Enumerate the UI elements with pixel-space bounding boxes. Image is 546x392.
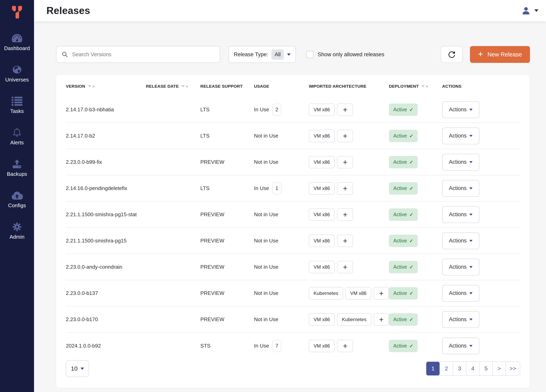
actions-button[interactable]: Actions <box>442 180 479 197</box>
page-button[interactable]: > <box>492 362 506 375</box>
table-row: 2.14.16.0-pendingdeletefix LTS In Use 1 … <box>66 175 520 202</box>
usage-text: Not in Use <box>254 316 278 322</box>
table-row: 2.23.0.0-b137 PREVIEW Not in Use Kuberne… <box>66 280 520 307</box>
version-text: 2.14.17.0-b3-nbhatia <box>66 106 114 112</box>
column-header-deployment[interactable]: DEPLOYMENT <box>389 84 442 89</box>
deployment-cell: Active ✓ <box>389 182 442 195</box>
usage-cell: Not in Use <box>254 159 309 165</box>
add-architecture-button[interactable]: + <box>337 340 353 352</box>
actions-button[interactable]: Actions <box>442 101 479 118</box>
version-text: 2.23.0.0-b170 <box>66 316 98 322</box>
page-button[interactable]: 3 <box>453 362 466 375</box>
column-header-version[interactable]: VERSION <box>66 84 146 89</box>
sidebar-item-backups[interactable]: Backups <box>0 156 34 187</box>
deployment-status-badge: Active ✓ <box>389 182 418 195</box>
add-architecture-button[interactable]: + <box>337 130 353 142</box>
table-row: 2.23.0.0-b99-fix PREVIEW Not in Use VM x… <box>66 149 520 175</box>
release-support-text: PREVIEW <box>200 290 224 296</box>
page-button[interactable]: >> <box>506 362 520 375</box>
add-architecture-button[interactable]: + <box>374 287 389 300</box>
app-screen: Dashboard Universes Tasks <box>0 0 546 392</box>
deployment-status-text: Active <box>393 159 407 165</box>
deployment-status-badge: Active ✓ <box>389 130 418 142</box>
usage-count-badge: 7 <box>272 340 281 352</box>
usage-count-badge: 2 <box>272 104 281 116</box>
sidebar-item-tasks[interactable]: Tasks <box>0 93 34 124</box>
version-cell: 2.23.0.0-andy-conndrain <box>66 264 146 270</box>
deployment-status-text: Active <box>393 107 407 112</box>
imported-architecture-cell: VM x86+ <box>309 261 389 273</box>
table-footer: 10 12345>>> <box>66 360 520 377</box>
refresh-button[interactable] <box>441 46 463 63</box>
check-icon: ✓ <box>409 212 413 217</box>
user-menu[interactable] <box>522 6 538 15</box>
architecture-chip: VM x86 <box>309 261 335 273</box>
version-cell: 2.23.0.0-b99-fix <box>66 159 146 165</box>
version-text: 2.21.1.1500-smishra-pg15 <box>66 238 127 244</box>
version-cell: 2.14.17.0-b2 <box>66 133 146 139</box>
add-architecture-button[interactable]: + <box>337 235 353 247</box>
actions-button[interactable]: Actions <box>442 206 479 223</box>
release-type-dropdown[interactable]: Release Type: All <box>228 46 296 63</box>
sidebar-item-universes[interactable]: Universes <box>0 61 34 93</box>
architecture-chip: VM x86 <box>309 104 335 116</box>
column-header-imported-architecture: IMPORTED ARCHITECTURE <box>309 84 389 89</box>
check-icon: ✓ <box>409 238 413 244</box>
actions-button[interactable]: Actions <box>442 285 479 302</box>
new-release-button[interactable]: + New Release <box>470 46 530 63</box>
add-architecture-button[interactable]: + <box>337 182 353 195</box>
actions-button[interactable]: Actions <box>442 128 479 144</box>
deployment-cell: Active ✓ <box>389 313 442 326</box>
search-input[interactable] <box>72 52 214 58</box>
deployment-status-badge: Active ✓ <box>389 261 418 273</box>
deployment-status-text: Active <box>393 317 407 322</box>
usage-text: Not in Use <box>254 264 278 270</box>
releases-table-card: VERSION RELEASE DATE RELEASE SUPPORT USA… <box>56 74 530 388</box>
page-size-dropdown[interactable]: 10 <box>66 360 89 377</box>
release-support-cell: PREVIEW <box>200 238 254 244</box>
sidebar-item-label: Tasks <box>10 108 24 114</box>
architecture-chip: VM x86 <box>309 182 335 195</box>
chevron-down-icon <box>469 109 473 111</box>
version-cell: 2.21.1.1500-smishra-pg15 <box>66 238 146 244</box>
add-architecture-button[interactable]: + <box>337 156 353 168</box>
actions-button[interactable]: Actions <box>442 311 479 328</box>
sidebar-item-configs[interactable]: Configs <box>0 187 34 219</box>
deployment-cell: Active ✓ <box>389 235 442 247</box>
check-icon: ✓ <box>409 290 413 296</box>
sort-icons <box>422 85 429 87</box>
check-icon: ✓ <box>409 186 413 191</box>
content: Release Type: All Show only allowed rele… <box>34 21 546 392</box>
actions-button[interactable]: Actions <box>442 338 479 354</box>
release-support-text: STS <box>200 343 211 349</box>
deployment-cell: Active ✓ <box>389 261 442 273</box>
check-icon: ✓ <box>409 317 413 322</box>
sort-asc-icon <box>425 85 429 87</box>
actions-cell: Actions <box>442 311 520 328</box>
add-architecture-button[interactable]: + <box>374 313 389 326</box>
actions-cell: Actions <box>442 285 520 302</box>
sidebar-item-alerts[interactable]: Alerts <box>0 124 34 156</box>
deployment-status-text: Active <box>393 185 407 191</box>
add-architecture-button[interactable]: + <box>337 209 353 221</box>
show-allowed-checkbox[interactable] <box>306 51 314 58</box>
add-architecture-button[interactable]: + <box>337 261 353 273</box>
page-button[interactable]: 2 <box>440 362 453 375</box>
sort-icons <box>88 85 95 87</box>
page-button-active[interactable]: 1 <box>426 362 440 375</box>
sidebar-item-admin[interactable]: Admin <box>0 219 34 250</box>
actions-cell: Actions <box>442 128 520 144</box>
actions-button[interactable]: Actions <box>442 154 479 170</box>
imported-architecture-cell: VM x86+ <box>309 156 389 168</box>
actions-button[interactable]: Actions <box>442 232 479 249</box>
chevron-down-icon <box>469 319 473 320</box>
page-button[interactable]: 5 <box>479 362 492 375</box>
actions-button-label: Actions <box>449 159 467 165</box>
sort-icons <box>182 85 188 87</box>
actions-button[interactable]: Actions <box>442 259 479 275</box>
page-button[interactable]: 4 <box>466 362 479 375</box>
column-header-release-date[interactable]: RELEASE DATE <box>146 84 200 89</box>
add-architecture-button[interactable]: + <box>337 104 353 116</box>
imported-architecture-cell: VM x86+ <box>309 130 389 142</box>
sidebar-item-dashboard[interactable]: Dashboard <box>0 30 34 61</box>
